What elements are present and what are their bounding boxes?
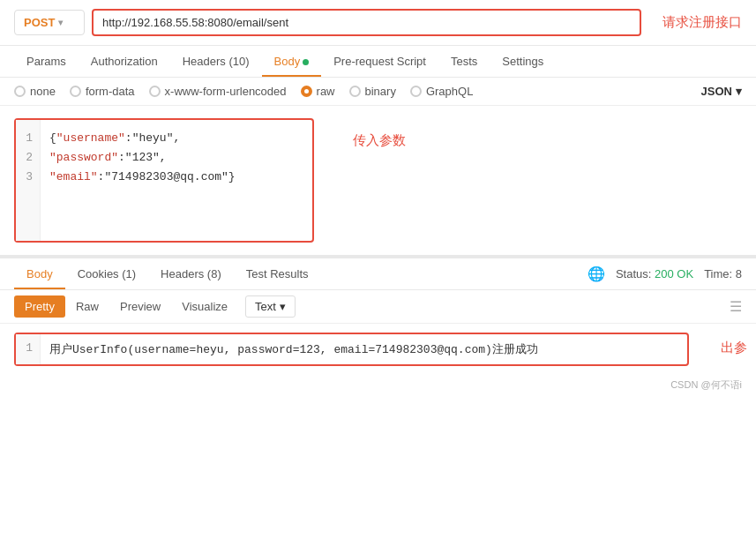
- pretty-tab-preview[interactable]: Preview: [109, 295, 171, 318]
- chevron-down-icon-json: ▾: [736, 85, 742, 98]
- radio-binary[interactable]: binary: [349, 85, 396, 98]
- pretty-tabs-row: Pretty Raw Preview Visualize Text ▾ ☰: [0, 290, 756, 324]
- response-tab-test-results[interactable]: Test Results: [234, 258, 321, 289]
- pretty-tab-raw[interactable]: Raw: [65, 295, 109, 318]
- tab-tests[interactable]: Tests: [438, 46, 490, 77]
- radio-circle-none: [14, 86, 26, 97]
- radio-urlencoded[interactable]: x-www-form-urlencoded: [149, 85, 287, 98]
- line-num-2: 2: [23, 148, 33, 168]
- radio-circle-raw: [301, 86, 312, 97]
- radio-raw[interactable]: raw: [301, 85, 335, 98]
- url-input-wrapper: [92, 9, 641, 36]
- response-output: 1 用户UserInfo(username=heyu, password=123…: [14, 333, 689, 366]
- radio-graphql[interactable]: GraphQL: [410, 85, 473, 98]
- url-input[interactable]: [92, 9, 641, 36]
- body-type-row: none form-data x-www-form-urlencoded raw…: [0, 78, 756, 106]
- line-num-1: 1: [23, 129, 33, 148]
- status-info: 🌐 Status: 200 OK Time: 8: [588, 266, 742, 282]
- response-tab-headers[interactable]: Headers (8): [148, 258, 234, 289]
- tab-body[interactable]: Body: [262, 46, 322, 77]
- body-dot: [303, 59, 309, 65]
- status-value: 200 OK: [655, 267, 693, 280]
- text-dropdown[interactable]: Text ▾: [245, 295, 296, 318]
- tab-settings[interactable]: Settings: [490, 46, 556, 77]
- chevron-down-icon-text: ▾: [280, 300, 286, 313]
- annotation-params: 传入参数: [353, 132, 406, 149]
- code-line-2: "password":"123",: [49, 148, 236, 168]
- url-bar-section: POST ▾ 请求注册接口: [0, 0, 756, 46]
- line-numbers: 1 2 3: [16, 120, 41, 241]
- method-selector[interactable]: POST ▾: [14, 10, 85, 35]
- response-tab-cookies[interactable]: Cookies (1): [65, 258, 148, 289]
- status-label: Status: 200 OK: [616, 267, 693, 280]
- pretty-tab-pretty[interactable]: Pretty: [14, 295, 65, 318]
- tab-params[interactable]: Params: [14, 46, 79, 77]
- response-section: Body Cookies (1) Headers (8) Test Result…: [0, 256, 756, 395]
- code-line-1: {"username":"heyu",: [49, 129, 236, 148]
- line-num-3: 3: [23, 168, 33, 187]
- tab-authorization[interactable]: Authorization: [79, 46, 170, 77]
- main-content: 1 2 3 {"username":"heyu", "password":"12…: [0, 106, 756, 256]
- tabs-nav: Params Authorization Headers (10) Body P…: [0, 46, 756, 78]
- globe-icon: 🌐: [588, 266, 605, 282]
- time-label: Time: 8: [704, 267, 742, 280]
- tab-pre-request[interactable]: Pre-request Script: [321, 46, 438, 77]
- csdn-watermark: CSDN @何不语i: [0, 375, 756, 395]
- tab-headers[interactable]: Headers (10): [170, 46, 262, 77]
- response-tabs-row: Body Cookies (1) Headers (8) Test Result…: [0, 258, 756, 290]
- radio-none[interactable]: none: [14, 85, 56, 98]
- code-line-3: "email":"714982303@qq.com"}: [49, 168, 236, 187]
- annotation-title: 请求注册接口: [662, 14, 742, 31]
- response-tab-body[interactable]: Body: [14, 258, 65, 289]
- radio-circle-urlencoded: [149, 86, 161, 97]
- json-selector[interactable]: JSON ▾: [701, 85, 742, 98]
- filter-icon[interactable]: ☰: [730, 298, 742, 315]
- radio-circle-binary: [349, 86, 361, 97]
- code-content: {"username":"heyu", "password":"123", "e…: [41, 120, 244, 241]
- annotation-out: 出参: [721, 340, 747, 356]
- resp-line-num: 1: [16, 334, 41, 364]
- code-editor[interactable]: 1 2 3 {"username":"heyu", "password":"12…: [14, 118, 314, 243]
- method-label: POST: [24, 16, 55, 29]
- radio-circle-form-data: [70, 86, 81, 97]
- chevron-down-icon: ▾: [58, 18, 63, 27]
- resp-content: 用户UserInfo(username=heyu, password=123, …: [41, 334, 547, 364]
- pretty-tab-visualize[interactable]: Visualize: [171, 295, 238, 318]
- radio-form-data[interactable]: form-data: [70, 85, 135, 98]
- radio-circle-graphql: [410, 86, 422, 97]
